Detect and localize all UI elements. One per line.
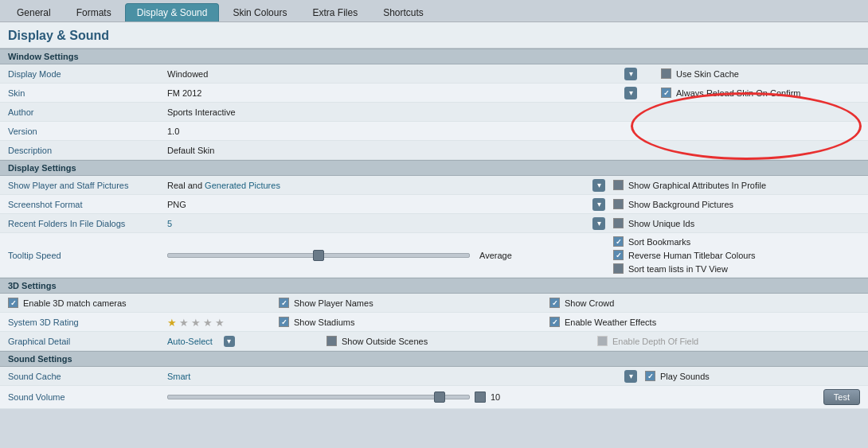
show-pictures-dropdown[interactable] <box>592 179 605 192</box>
always-reload-checkbox[interactable] <box>661 88 671 98</box>
test-button[interactable]: Test <box>823 389 860 405</box>
skin-row: Skin FM 2012 Always Reload Skin On Confi… <box>0 84 868 103</box>
enable-dof-label: Enable Depth Of Field <box>612 337 698 346</box>
show-graphical-attr-checkbox[interactable] <box>613 180 624 190</box>
tooltip-speed-row: Tooltip Speed Average Sort Bookmarks Rev… <box>0 233 868 278</box>
enable-weather-label: Enable Weather Effects <box>565 317 656 327</box>
star-5: ★ <box>215 317 226 328</box>
show-stadiums-checkbox[interactable] <box>279 317 289 327</box>
tooltip-speed-label: Tooltip Speed <box>8 251 167 260</box>
show-crowd-label: Show Crowd <box>565 298 614 308</box>
tab-display-sound[interactable]: Display & Sound <box>125 3 220 21</box>
show-bg-pictures-checkbox[interactable] <box>613 199 624 209</box>
show-player-names-checkbox[interactable] <box>279 298 289 308</box>
sound-slider-thumb[interactable] <box>434 392 445 403</box>
display-mode-row: Display Mode Windowed Use Skin Cache <box>0 64 868 84</box>
author-value: Sports Interactive <box>167 107 860 117</box>
tooltip-slider-thumb[interactable] <box>313 250 324 261</box>
sort-bookmarks-checkbox[interactable] <box>613 236 624 247</box>
sound-slider-wrap: 10 <box>167 392 815 403</box>
3d-row1: Enable 3D match cameras Show Player Name… <box>0 294 868 313</box>
description-value: Default Skin <box>167 146 860 155</box>
reverse-titlebar-label: Reverse Human Titlebar Colours <box>628 251 756 260</box>
tooltip-slider-track[interactable] <box>167 253 470 258</box>
recent-folders-row: Recent Folders In File Dialogs 5 Show Un… <box>0 214 868 233</box>
display-settings-section: Display Settings Show Player and Staff P… <box>0 160 868 278</box>
show-stadiums-label: Show Stadiums <box>294 317 354 327</box>
tab-shortcuts[interactable]: Shortcuts <box>371 3 436 21</box>
screenshot-format-label: Screenshot Format <box>8 200 167 209</box>
recent-folders-value: 5 <box>167 219 586 228</box>
reverse-titlebar-checkbox[interactable] <box>613 250 624 260</box>
skin-dropdown[interactable] <box>624 87 637 99</box>
show-crowd-checkbox[interactable] <box>549 298 560 308</box>
author-row: Author Sports Interactive <box>0 103 868 122</box>
3d-settings-header: 3D Settings <box>0 278 868 294</box>
window-settings-section: Window Settings Display Mode Windowed Us… <box>0 49 868 160</box>
version-value: 1.0 <box>167 127 860 136</box>
system-3d-rating-label: System 3D Rating <box>8 317 79 327</box>
show-bg-pictures-label: Show Background Pictures <box>628 200 733 209</box>
display-mode-dropdown[interactable] <box>624 68 637 80</box>
window-settings-header: Window Settings <box>0 49 868 64</box>
show-outside-scenes-label: Show Outside Scenes <box>342 337 428 346</box>
show-outside-scenes-checkbox[interactable] <box>326 336 337 346</box>
tab-extra-files[interactable]: Extra Files <box>300 3 369 21</box>
show-unique-ids-checkbox[interactable] <box>613 218 624 228</box>
play-sounds-label: Play Sounds <box>660 372 710 381</box>
graphical-detail-value: Auto-Select <box>167 337 213 346</box>
show-unique-ids-label: Show Unique Ids <box>628 219 694 228</box>
use-skin-cache-checkbox[interactable] <box>661 68 671 79</box>
enable-weather-checkbox[interactable] <box>549 317 560 327</box>
show-pictures-label: Show Player and Staff Pictures <box>8 181 167 190</box>
show-graphical-attr-label: Show Graphical Attributes In Profile <box>628 181 766 190</box>
version-row: Version 1.0 <box>0 122 868 141</box>
always-reload-label: Always Reload Skin On Confirm <box>676 88 801 98</box>
tooltip-speed-value: Average <box>479 251 512 260</box>
3d-row2: System 3D Rating ★ ★ ★ ★ ★ Show Stadiums… <box>0 313 868 332</box>
sound-slider-track[interactable] <box>167 395 470 399</box>
show-pictures-row: Show Player and Staff Pictures Real and … <box>0 176 868 195</box>
3d-stars: ★ ★ ★ ★ ★ <box>167 317 231 328</box>
enable-3d-label: Enable 3D match cameras <box>23 298 127 308</box>
tab-formats[interactable]: Formats <box>65 3 123 21</box>
star-2: ★ <box>179 317 190 328</box>
sound-cache-dropdown[interactable] <box>624 370 637 383</box>
screenshot-format-row: Screenshot Format PNG Show Background Pi… <box>0 195 868 214</box>
sort-bookmarks-label: Sort Bookmarks <box>628 237 690 247</box>
skin-value: FM 2012 <box>167 88 618 98</box>
recent-folders-dropdown[interactable] <box>592 217 605 230</box>
skin-label: Skin <box>8 88 167 98</box>
sound-settings-section: Sound Settings Sound Cache Smart Play So… <box>0 351 868 409</box>
use-skin-cache-label: Use Skin Cache <box>676 69 739 79</box>
sound-cache-label: Sound Cache <box>8 372 167 381</box>
enable-dof-checkbox[interactable] <box>597 336 608 346</box>
description-label: Description <box>8 146 167 155</box>
sort-team-lists-checkbox[interactable] <box>613 263 624 274</box>
tab-skin-colours[interactable]: Skin Colours <box>221 3 299 21</box>
3d-row3: Graphical Detail Auto-Select Show Outsid… <box>0 332 868 351</box>
graphical-detail-dropdown[interactable] <box>224 336 235 347</box>
star-3: ★ <box>191 317 202 328</box>
3d-settings-section: 3D Settings Enable 3D match cameras Show… <box>0 278 868 351</box>
tab-general[interactable]: General <box>5 3 63 21</box>
show-pictures-value: Real and Generated Pictures <box>167 181 586 190</box>
play-sounds-checkbox[interactable] <box>645 371 655 381</box>
sound-cache-value: Smart <box>167 372 618 381</box>
author-label: Author <box>8 107 167 117</box>
star-4: ★ <box>203 317 214 328</box>
screenshot-format-dropdown[interactable] <box>592 198 605 211</box>
tooltip-slider-wrap: Average <box>167 251 605 260</box>
display-settings-header: Display Settings <box>0 160 868 176</box>
sound-cache-row: Sound Cache Smart Play Sounds <box>0 367 868 386</box>
display-mode-value: Windowed <box>167 69 618 79</box>
sort-team-lists-label: Sort team lists in TV View <box>628 264 728 274</box>
sound-volume-row: Sound Volume 10 Test <box>0 386 868 409</box>
enable-3d-checkbox[interactable] <box>8 298 18 308</box>
description-row: Description Default Skin <box>0 141 868 160</box>
sound-volume-value: 10 <box>491 392 500 402</box>
show-player-names-label: Show Player Names <box>294 298 373 308</box>
screenshot-format-value: PNG <box>167 200 586 209</box>
page-title: Display & Sound <box>0 22 868 49</box>
star-1: ★ <box>167 317 178 328</box>
